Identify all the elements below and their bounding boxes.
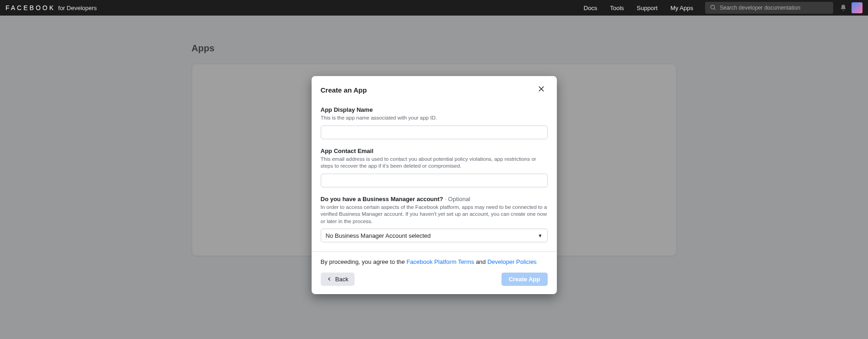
brand-main: FACEBOOK (5, 4, 55, 11)
display-name-input[interactable] (321, 126, 548, 139)
field-display-name: App Display Name This is the app name as… (321, 106, 548, 139)
contact-email-desc: This email address is used to contact yo… (321, 156, 548, 170)
agreement-mid: and (474, 258, 487, 265)
nav-my-apps[interactable]: My Apps (670, 5, 693, 11)
caret-down-icon: ▼ (538, 233, 543, 238)
nav-docs[interactable]: Docs (584, 5, 598, 11)
close-icon (537, 85, 545, 95)
field-contact-email: App Contact Email This email address is … (321, 148, 548, 187)
business-manager-optional: · Optional (443, 196, 470, 202)
business-manager-label: Do you have a Business Manager account? … (321, 196, 548, 202)
agreement-prefix: By proceeding, you agree to the (321, 258, 407, 265)
top-nav: FACEBOOK for Developers Docs Tools Suppo… (0, 0, 868, 16)
brand[interactable]: FACEBOOK for Developers (5, 4, 97, 11)
business-manager-desc: In order to access certain aspects of th… (321, 204, 548, 225)
create-app-button-label: Create App (509, 276, 540, 283)
nav-tools[interactable]: Tools (610, 5, 624, 11)
nav-support[interactable]: Support (637, 5, 658, 11)
close-button[interactable] (535, 83, 548, 96)
field-business-manager: Do you have a Business Manager account? … (321, 196, 548, 243)
business-manager-label-text: Do you have a Business Manager account? (321, 196, 443, 202)
contact-email-input[interactable] (321, 174, 548, 187)
platform-terms-link[interactable]: Facebook Platform Terms (406, 258, 474, 265)
display-name-label: App Display Name (321, 106, 548, 113)
business-manager-select[interactable]: No Business Manager Account selected ▼ (321, 229, 548, 242)
search-box[interactable] (705, 2, 833, 14)
create-app-modal: Create an App App Display Name This is t… (312, 76, 557, 294)
agreement-line: By proceeding, you agree to the Facebook… (321, 258, 548, 265)
contact-email-label: App Contact Email (321, 148, 548, 154)
back-button-label: Back (335, 276, 349, 283)
search-icon (710, 4, 716, 12)
back-button[interactable]: Back (321, 273, 355, 286)
nav-links: Docs Tools Support My Apps (584, 5, 693, 11)
modal-title: Create an App (321, 86, 367, 94)
developer-policies-link[interactable]: Developer Policies (487, 258, 537, 265)
create-app-button[interactable]: Create App (501, 273, 548, 286)
search-input[interactable] (720, 5, 829, 11)
svg-point-0 (711, 5, 714, 9)
display-name-desc: This is the app name associated with you… (321, 115, 548, 122)
avatar[interactable] (852, 2, 863, 13)
modal-overlay: Create an App App Display Name This is t… (0, 16, 868, 339)
svg-line-1 (714, 8, 716, 10)
brand-sub: for Developers (58, 5, 97, 11)
chevron-left-icon (327, 276, 332, 283)
notifications-icon[interactable] (840, 4, 847, 11)
page: Apps Create an App App Display Name (0, 16, 868, 339)
business-manager-selected: No Business Manager Account selected (326, 232, 431, 239)
